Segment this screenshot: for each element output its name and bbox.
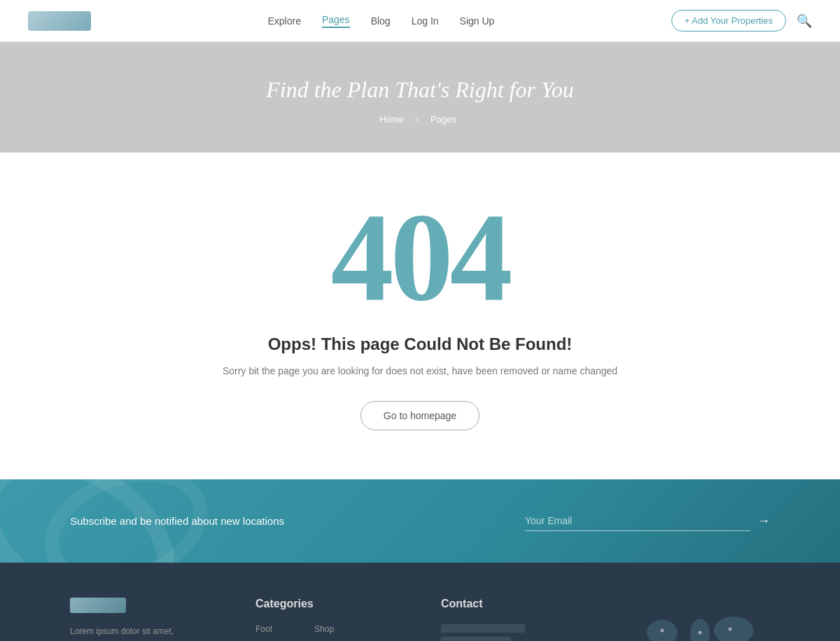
footer-link-group-2: Shop Fitness Nightlife Park <box>314 624 344 641</box>
breadcrumb-home[interactable]: Home <box>379 114 404 125</box>
nav-blog[interactable]: Blog <box>371 15 391 27</box>
header-right: + Add Your Properties 🔍 <box>671 10 812 31</box>
footer-contact-col: Contact <box>441 598 584 641</box>
footer-about-text: Lorem ipsum dolor sit amet, consectetur … <box>70 624 214 641</box>
contact-item-1 <box>441 624 584 641</box>
footer-about-col: Lorem ipsum dolor sit amet, consectetur … <box>70 598 214 641</box>
contact-title: Contact <box>441 598 584 610</box>
contact-bar-2 <box>441 637 511 641</box>
categories-title: Categories <box>255 598 399 610</box>
footer-links: Foot Hotel Play Automove Shop Fitness Ni… <box>255 624 399 641</box>
go-to-homepage-button[interactable]: Go to homepage <box>360 401 479 430</box>
svg-point-2 <box>690 619 710 641</box>
footer-logo <box>70 598 126 613</box>
world-map <box>636 606 762 641</box>
main-nav: Explore Pages Blog Log In Sign Up <box>267 14 494 28</box>
search-icon[interactable]: 🔍 <box>797 13 812 29</box>
error-title: Opps! This page Could Not Be Found! <box>14 334 826 354</box>
email-input[interactable] <box>525 511 750 531</box>
nav-login[interactable]: Log In <box>412 15 439 27</box>
subscribe-text: Subscribe and be notified about new loca… <box>70 515 284 527</box>
svg-point-7 <box>698 631 701 635</box>
footer-categories-col: Categories Foot Hotel Play Automove Shop… <box>255 598 399 641</box>
footer-link-group-1: Foot Hotel Play Automove <box>255 624 293 641</box>
hero-title: Find the Plan That's Right for You <box>14 77 826 103</box>
logo-area <box>28 11 91 31</box>
svg-point-4 <box>714 617 753 641</box>
error-section: 404 Opps! This page Could Not Be Found! … <box>0 153 840 479</box>
nav-signup[interactable]: Sign Up <box>460 15 495 27</box>
subscribe-input-area: → <box>525 511 770 531</box>
breadcrumb-separator: → <box>410 114 419 125</box>
world-map-area <box>626 598 770 641</box>
breadcrumb-current: Pages <box>430 114 456 125</box>
header: Explore Pages Blog Log In Sign Up + Add … <box>0 0 840 42</box>
add-properties-button[interactable]: + Add Your Properties <box>671 10 786 31</box>
svg-point-6 <box>660 629 664 633</box>
subscribe-arrow-icon[interactable]: → <box>757 514 770 528</box>
nav-pages[interactable]: Pages <box>322 14 350 28</box>
breadcrumb: Home → Pages <box>14 114 826 125</box>
footer-link-shop[interactable]: Shop <box>314 624 344 634</box>
contact-bar-1 <box>441 624 525 633</box>
error-description: Sorry bit the page you are looking for d… <box>14 365 826 376</box>
nav-explore[interactable]: Explore <box>267 15 300 27</box>
svg-point-8 <box>728 628 732 631</box>
footer: Lorem ipsum dolor sit amet, consectetur … <box>0 563 840 641</box>
subscribe-section: Subscribe and be notified about new loca… <box>0 479 840 563</box>
hero-banner: Find the Plan That's Right for You Home … <box>0 42 840 153</box>
footer-top: Lorem ipsum dolor sit amet, consectetur … <box>70 598 770 641</box>
logo[interactable] <box>28 11 91 31</box>
error-code: 404 <box>14 195 826 320</box>
footer-link-foot[interactable]: Foot <box>255 624 293 634</box>
